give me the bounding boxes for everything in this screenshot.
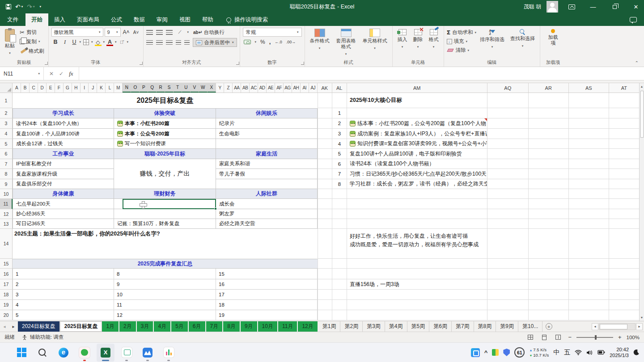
cell[interactable] [487,219,529,229]
cell[interactable]: 写日记365天 [13,219,114,229]
scroll-down-icon[interactable]: ▼ [640,314,644,321]
cell[interactable] [487,259,529,269]
cell[interactable]: 11 [114,300,216,310]
cell[interactable]: 5 [13,310,114,320]
cell[interactable] [332,290,347,300]
cell[interactable] [332,259,347,269]
column-header[interactable]: AT [609,83,640,93]
cell[interactable] [569,129,609,139]
speaker-icon[interactable] [586,350,593,355]
cell[interactable] [487,129,529,139]
cell[interactable] [216,139,318,149]
save-button[interactable] [4,1,13,12]
format-cells-button[interactable]: 格式▾ [427,28,441,51]
row-header[interactable]: 7 [0,159,13,169]
column-header[interactable]: AS [569,83,609,93]
cell[interactable]: 体验突破 [114,108,216,118]
cell[interactable] [487,209,529,219]
cell[interactable] [609,279,640,290]
cell[interactable]: 学习社群：成长会，粥左罗，读书（经典），必经之路天空营 [347,179,487,189]
cell[interactable]: 记账：预算10万，财务复盘 [114,219,216,229]
column-header[interactable]: AE [267,83,275,93]
new-sheet-button[interactable]: + [542,321,555,332]
select-all-corner[interactable] [0,83,13,93]
snip-button[interactable] [118,344,136,362]
cell[interactable]: 读书24本（读复盘100个人物书籍） [347,159,487,169]
column-header[interactable]: A [13,83,21,93]
column-header[interactable]: AR [529,83,569,93]
cell[interactable]: IP创富私教交付 [13,159,114,169]
column-header[interactable]: AQ [487,83,529,93]
cell[interactable] [318,269,332,279]
menu-tab[interactable]: 审阅 [151,13,174,26]
cell[interactable]: 读书24本（复盘100个人物） [13,118,114,129]
cell[interactable] [332,269,347,279]
paste-button[interactable]: 粘贴▾ [3,28,17,57]
tab-scroll-left-icon[interactable]: ◂ [0,321,9,332]
column-header[interactable]: W [199,83,208,93]
security-score-badge[interactable]: 61 [514,347,525,358]
undo-button[interactable]: ↶▾ [14,1,24,12]
cell[interactable] [569,108,609,118]
fill-color-button[interactable]: ◇ [94,38,102,46]
enter-icon[interactable]: ✓ [59,71,64,77]
accessibility-status[interactable]: 辅助功能: 调查 [22,334,64,341]
column-header[interactable]: D [38,83,47,93]
sort-filter-button[interactable]: AZ排序和筛选▾ [478,28,507,51]
cell[interactable]: 成功案例：复盘家族10人+IP3人），公众号专栏+直播访谈 [347,129,487,139]
addins-button[interactable]: 加载项 [544,28,563,47]
cell[interactable] [529,199,569,209]
cell[interactable] [332,310,347,320]
cell[interactable] [318,169,332,179]
clear-button[interactable]: 清除▾ [447,46,476,55]
cell[interactable]: 本事：小红书200篇 [114,118,216,129]
column-header[interactable]: C [30,83,38,93]
sheet-tab-month[interactable]: 4月 [154,321,171,332]
normal-view-button[interactable] [525,333,535,341]
column-header[interactable]: AI [301,83,309,93]
copy-button[interactable]: 复制▾ [18,37,46,46]
search-button[interactable] [34,344,51,362]
sheet-tab-week[interactable]: 第6周 [429,321,452,332]
cell[interactable]: 复盘100讲+个人品牌100讲，电子版和印刷验货 [347,149,487,159]
column-header[interactable]: P [140,83,148,93]
cell[interactable] [332,300,347,310]
worksheet-grid[interactable]: 1234567891011121314151617181920123456782… [0,93,644,321]
phonetic-guide-button[interactable]: 文̆ [118,38,126,46]
cell[interactable]: 4 [13,300,114,310]
decrease-decimal-button[interactable]: .00→ [286,40,296,44]
cell[interactable] [318,129,332,139]
column-header[interactable]: L [106,83,114,93]
insert-function-icon[interactable]: fx [69,70,73,77]
column-header[interactable]: O [131,83,140,93]
cell[interactable]: 聪聪-2025年目标 [114,149,216,159]
column-header[interactable]: AK [318,83,332,93]
cell[interactable] [318,290,332,300]
wrap-text-button[interactable]: ab↵自动换行 [192,28,226,37]
cell[interactable] [318,300,332,310]
row-header[interactable]: 6 [0,149,13,159]
cell[interactable]: 工作事业 [13,149,114,159]
sheet-tab-month[interactable]: 11月 [278,321,298,332]
row-header[interactable]: 1 [0,93,13,108]
cell[interactable] [318,139,332,149]
cell[interactable] [318,229,332,259]
sheet-tab-month[interactable]: 12月 [298,321,318,332]
cell[interactable] [529,259,569,269]
cell[interactable] [609,189,640,199]
number-format-select[interactable]: 常规▾ [243,28,302,37]
cell[interactable] [487,279,529,290]
align-left-icon[interactable] [146,40,153,45]
find-select-button[interactable]: 查找和选择▾ [508,28,537,50]
cell[interactable] [529,290,569,300]
cell[interactable]: 18 [216,300,318,310]
cell[interactable] [569,93,609,108]
row-header[interactable]: 12 [0,209,13,219]
cell[interactable]: 写一个知识付费课 [114,139,216,149]
column-header[interactable]: I [80,83,89,93]
zoom-in-button[interactable]: + [617,334,623,341]
dialog-launcher-icon[interactable] [45,62,48,65]
cell[interactable] [487,179,529,189]
menu-tab[interactable]: 视图 [174,13,196,26]
column-header[interactable]: AG [284,83,292,93]
